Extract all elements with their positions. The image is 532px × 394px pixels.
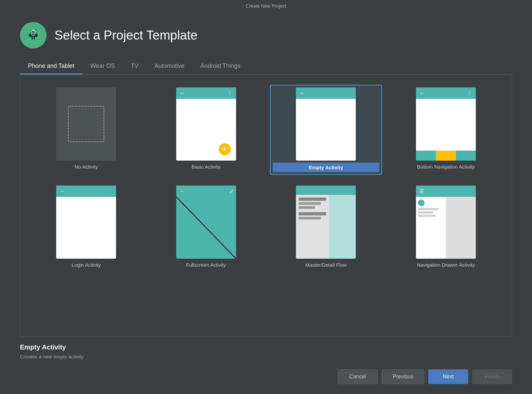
toolbar-back-icon-4: ← <box>60 188 66 195</box>
toolbar-back-icon-3: ← <box>419 90 425 97</box>
basic-activity-thumbnail: ← ⋮ + <box>176 87 236 161</box>
master-detail-label: Master/Detail Flow <box>305 262 346 268</box>
bottom-nav-label: Bottom Navigation Activity <box>417 164 474 170</box>
bottom-nav-thumbnail: ← ⋮ <box>416 87 476 161</box>
hamburger-icon: ☰ <box>419 188 424 195</box>
master-detail-thumbnail <box>296 186 356 259</box>
svg-rect-1 <box>29 34 30 37</box>
previous-button[interactable]: Previous <box>382 369 424 384</box>
tab-android-things[interactable]: Android Things <box>193 59 249 74</box>
finish-button[interactable]: Finish <box>472 369 512 384</box>
main-window: Select a Project Template Phone and Tabl… <box>0 12 532 394</box>
toolbar-back-icon-5: ← <box>180 188 186 195</box>
cancel-button[interactable]: Cancel <box>338 369 378 384</box>
tab-tv[interactable]: TV <box>123 59 146 74</box>
nav-drawer-label: Navigation Drawer Activity <box>417 262 475 268</box>
toolbar-back-icon-2: ← <box>299 90 305 97</box>
tab-wear-os[interactable]: Wear OS <box>82 59 123 74</box>
template-master-detail[interactable]: Master/Detail Flow <box>270 183 382 270</box>
bottom-nav-tab-2 <box>436 151 456 161</box>
toolbar-dots-icon-2: ⋮ <box>467 90 472 96</box>
template-empty-activity[interactable]: ← Empty Activity <box>270 85 382 175</box>
tab-phone-tablet[interactable]: Phone and Tablet <box>20 59 82 74</box>
footer: Cancel Previous Next Finish <box>20 363 512 384</box>
bottom-nav-tab-1 <box>416 151 436 161</box>
title-bar: Create New Project <box>0 0 532 12</box>
toolbar-dots-icon: ⋮ <box>227 90 233 96</box>
login-content <box>56 197 116 259</box>
no-activity-label: No Activity <box>74 164 98 170</box>
svg-rect-2 <box>36 34 38 37</box>
template-login-activity[interactable]: ← Login Activity <box>30 183 142 270</box>
template-no-activity[interactable]: No Activity <box>30 85 142 175</box>
expand-icon: ⤢ <box>229 188 233 195</box>
tab-bar: Phone and Tablet Wear OS TV Automotive A… <box>20 59 512 74</box>
template-bottom-nav[interactable]: ← ⋮ Bottom Navigation Activity <box>390 85 502 175</box>
content-area: No Activity ← ⋮ + Basic Activity <box>20 74 512 337</box>
svg-rect-3 <box>32 37 33 40</box>
login-activity-thumbnail: ← <box>56 186 116 259</box>
next-button[interactable]: Next <box>428 369 468 384</box>
template-nav-drawer[interactable]: ☰ <box>390 183 502 270</box>
empty-phone-content <box>296 99 356 161</box>
toolbar-back-icon: ← <box>180 90 186 97</box>
svg-rect-4 <box>34 37 35 40</box>
header: Select a Project Template <box>20 12 512 59</box>
svg-line-9 <box>176 197 236 259</box>
fullscreen-label: Fullscreen Activity <box>186 262 226 268</box>
bottom-nav-content <box>416 99 476 151</box>
templates-grid-row2: ← Login Activity ← ⤢ <box>30 183 502 270</box>
bottom-nav-bar <box>416 151 476 161</box>
basic-activity-label: Basic Activity <box>192 164 221 170</box>
no-activity-thumbnail <box>56 87 116 161</box>
description-text: Creates a new empty activity <box>20 354 512 359</box>
template-basic-activity[interactable]: ← ⋮ + Basic Activity <box>150 85 262 175</box>
tab-automotive[interactable]: Automotive <box>147 59 193 74</box>
login-activity-label: Login Activity <box>71 262 101 268</box>
description-title: Empty Activity <box>20 343 512 351</box>
bottom-nav-tab-3 <box>456 151 476 161</box>
window-title: Create New Project <box>246 3 286 9</box>
android-logo <box>20 22 47 49</box>
fullscreen-thumbnail: ← ⤢ <box>176 186 236 259</box>
empty-activity-thumbnail: ← <box>296 87 356 161</box>
nav-drawer-thumbnail: ☰ <box>416 186 476 259</box>
page-title: Select a Project Template <box>55 28 198 43</box>
description-area: Empty Activity Creates a new empty activ… <box>20 337 512 363</box>
templates-grid-row1: No Activity ← ⋮ + Basic Activity <box>30 85 502 175</box>
fab-button: + <box>219 143 231 155</box>
template-fullscreen-activity[interactable]: ← ⤢ Fullscreen Activity <box>150 183 262 270</box>
empty-activity-label: Empty Activity <box>273 163 379 172</box>
drawer-avatar <box>418 199 425 206</box>
no-activity-dashed-rect <box>68 106 104 142</box>
